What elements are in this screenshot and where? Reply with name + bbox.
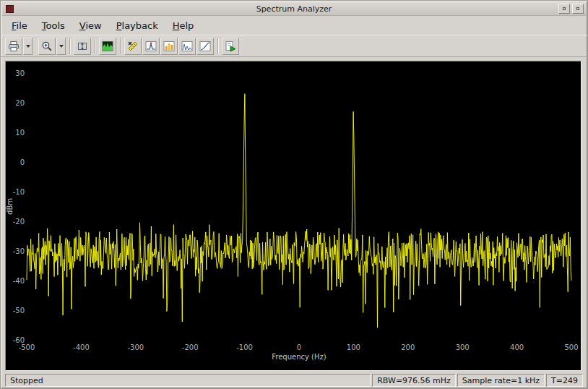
tick-label: -60 <box>13 336 25 344</box>
tick-label: -300 <box>127 343 144 351</box>
spectrum-analyzer-window: Spectrum Analyzer File Tools View Playba… <box>0 0 588 389</box>
tick-label: -100 <box>236 343 253 351</box>
print-dropdown-icon <box>26 45 30 48</box>
zoom-dropdown-icon <box>59 45 64 48</box>
tick-label: 30 <box>15 69 25 77</box>
zoom-dropdown-button[interactable] <box>56 38 66 55</box>
maximize-icon <box>576 7 579 10</box>
toolbar-separator <box>120 38 121 54</box>
toolbar-separator <box>217 38 218 54</box>
tick-label: -20 <box>13 218 25 226</box>
peak-finder-button[interactable] <box>142 38 160 55</box>
tick-label: -40 <box>13 277 25 285</box>
tick-label: 200 <box>401 343 415 351</box>
window-menu-icon[interactable] <box>6 5 14 13</box>
spectrum-settings-button[interactable] <box>99 38 116 55</box>
ccdf-measurements-button[interactable] <box>196 38 214 55</box>
channel-measurements-icon <box>163 40 175 52</box>
tick-label: 100 <box>347 343 360 351</box>
toolbar-separator <box>69 38 70 54</box>
tick-label: 0 <box>297 343 301 351</box>
menu-tools[interactable]: Tools <box>35 18 72 33</box>
spectrum-plot[interactable]: 3020100-10-20-30-40-50-60-500-400-300-20… <box>6 61 581 370</box>
run-icon <box>225 40 236 52</box>
tick-label: -50 <box>13 307 25 315</box>
spectrum-settings-icon <box>102 40 113 52</box>
title-bar: Spectrum Analyzer <box>2 2 586 16</box>
status-rbw: RBW=976.56 mHz <box>372 374 456 387</box>
tick-label: -500 <box>19 343 35 351</box>
tick-label: 0 <box>20 158 25 166</box>
tick-label: 10 <box>15 129 25 137</box>
menu-playback[interactable]: Playback <box>110 18 165 33</box>
window-title: Spectrum Analyzer <box>2 4 586 14</box>
cursor-measurements-button[interactable] <box>124 38 142 55</box>
autoscale-button[interactable] <box>74 38 91 55</box>
axis-label: Frequency (Hz) <box>272 353 327 361</box>
tick-label: -30 <box>13 247 25 255</box>
toolbar-separator <box>95 38 95 54</box>
peak-finder-icon <box>145 40 157 52</box>
status-bar: Stopped RBW=976.56 mHz Sample rate=1 kHz… <box>5 374 583 387</box>
print-button[interactable] <box>5 38 22 55</box>
title-bar-buttons <box>558 4 584 14</box>
minimize-icon <box>563 7 566 10</box>
tick-label: 20 <box>15 99 25 107</box>
tick-label: 400 <box>510 343 524 351</box>
zoom-in-icon <box>41 40 53 52</box>
print-dropdown-button[interactable] <box>23 38 33 55</box>
tick-label: -200 <box>182 343 199 351</box>
maximize-button[interactable] <box>572 4 584 14</box>
autoscale-axes-icon <box>77 40 88 52</box>
zoom-in-button[interactable] <box>38 38 56 55</box>
tick-label: -400 <box>73 343 90 351</box>
channel-measurements-button[interactable] <box>160 38 178 55</box>
axis-label: dBm <box>6 198 14 215</box>
status-time: T=249 <box>546 374 583 387</box>
menu-view[interactable]: View <box>73 18 108 33</box>
menu-help[interactable]: Help <box>166 18 201 33</box>
scope-display: 3020100-10-20-30-40-50-60-500-400-300-20… <box>5 61 581 371</box>
minimize-button[interactable] <box>558 4 570 14</box>
ccdf-measurements-icon <box>199 40 211 52</box>
tick-label: 300 <box>456 343 470 351</box>
distortion-measurements-icon <box>181 40 193 52</box>
status-state: Stopped <box>5 374 371 387</box>
toolbar <box>1 35 587 57</box>
tick-label: 500 <box>564 343 578 351</box>
menu-bar: File Tools View Playback Help <box>1 16 587 35</box>
spectrum-trace <box>27 94 571 328</box>
menu-file[interactable]: File <box>5 18 34 33</box>
print-icon <box>8 40 20 52</box>
tick-label: -10 <box>13 188 25 196</box>
run-button[interactable] <box>222 38 239 55</box>
status-sample-rate: Sample rate=1 kHz <box>457 374 545 387</box>
distortion-measurements-button[interactable] <box>178 38 196 55</box>
cursor-measurements-icon <box>127 40 139 52</box>
